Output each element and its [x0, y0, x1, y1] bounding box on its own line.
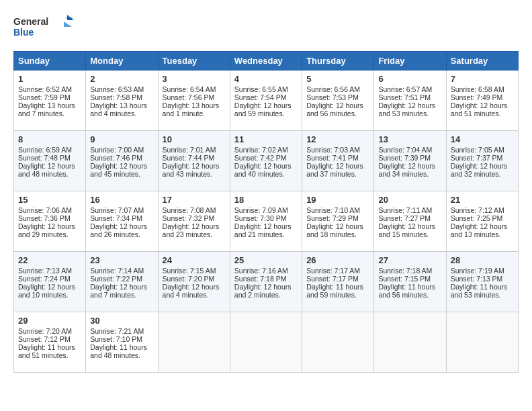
calendar-cell [302, 312, 374, 373]
day-number: 27 [378, 255, 441, 265]
daylight: Daylight: 12 hours and 10 minutes. [18, 283, 75, 299]
sunset: Sunset: 7:18 PM [234, 275, 287, 283]
day-number: 20 [378, 195, 441, 205]
logo-svg: General Blue [13, 13, 74, 40]
sunrise: Sunrise: 7:10 AM [306, 206, 360, 214]
sunrise: Sunrise: 6:57 AM [378, 85, 432, 93]
week-row-2: 8Sunrise: 6:59 AMSunset: 7:48 PMDaylight… [14, 131, 519, 191]
daylight: Daylight: 12 hours and 56 minutes. [306, 101, 363, 118]
sunset: Sunset: 7:30 PM [234, 214, 287, 222]
daylight: Daylight: 11 hours and 48 minutes. [90, 343, 147, 359]
sunset: Sunset: 7:42 PM [234, 154, 287, 162]
col-header-saturday: Saturday [446, 52, 518, 71]
sunset: Sunset: 7:49 PM [451, 93, 503, 101]
day-number: 3 [163, 74, 226, 84]
sunrise: Sunrise: 7:19 AM [451, 267, 504, 275]
sunrise: Sunrise: 7:14 AM [90, 267, 144, 275]
calendar-cell: 5Sunrise: 6:56 AMSunset: 7:53 PMDaylight… [302, 71, 374, 131]
header-row: SundayMondayTuesdayWednesdayThursdayFrid… [14, 52, 519, 71]
sunrise: Sunrise: 7:01 AM [163, 146, 216, 154]
day-number: 13 [378, 134, 441, 144]
daylight: Daylight: 11 hours and 53 minutes. [451, 283, 508, 299]
sunset: Sunset: 7:41 PM [306, 154, 359, 162]
day-number: 14 [451, 134, 514, 144]
daylight: Daylight: 12 hours and 32 minutes. [451, 162, 508, 178]
day-number: 24 [163, 255, 226, 265]
sunrise: Sunrise: 7:05 AM [451, 146, 504, 154]
daylight: Daylight: 12 hours and 59 minutes. [234, 101, 292, 118]
calendar-cell: 4Sunrise: 6:55 AMSunset: 7:54 PMDaylight… [230, 71, 302, 131]
calendar-cell: 15Sunrise: 7:06 AMSunset: 7:36 PMDayligh… [14, 191, 86, 252]
sunrise: Sunrise: 7:00 AM [90, 146, 144, 154]
sunrise: Sunrise: 7:02 AM [234, 146, 288, 154]
calendar-cell: 19Sunrise: 7:10 AMSunset: 7:29 PMDayligh… [302, 191, 374, 252]
daylight: Daylight: 12 hours and 13 minutes. [451, 222, 508, 238]
daylight: Daylight: 12 hours and 48 minutes. [18, 162, 75, 178]
daylight: Daylight: 12 hours and 2 minutes. [234, 283, 292, 299]
day-number: 15 [18, 195, 81, 205]
daylight: Daylight: 12 hours and 53 minutes. [378, 101, 435, 118]
day-number: 1 [18, 74, 81, 84]
sunrise: Sunrise: 7:16 AM [234, 267, 288, 275]
calendar-cell: 18Sunrise: 7:09 AMSunset: 7:30 PMDayligh… [230, 191, 302, 252]
page-header: General Blue [13, 13, 519, 40]
day-number: 17 [163, 195, 226, 205]
sunset: Sunset: 7:56 PM [163, 93, 215, 101]
day-number: 22 [18, 255, 81, 265]
sunset: Sunset: 7:46 PM [90, 154, 142, 162]
sunrise: Sunrise: 7:11 AM [378, 206, 432, 214]
sunset: Sunset: 7:36 PM [18, 214, 71, 222]
day-number: 29 [18, 316, 81, 326]
sunset: Sunset: 7:48 PM [18, 154, 71, 162]
calendar-cell: 21Sunrise: 7:12 AMSunset: 7:25 PMDayligh… [446, 191, 518, 252]
sunrise: Sunrise: 7:21 AM [90, 327, 144, 335]
daylight: Daylight: 12 hours and 34 minutes. [378, 162, 435, 178]
daylight: Daylight: 12 hours and 21 minutes. [234, 222, 292, 238]
sunrise: Sunrise: 7:04 AM [378, 146, 432, 154]
sunrise: Sunrise: 6:55 AM [234, 85, 288, 93]
sunset: Sunset: 7:24 PM [18, 275, 71, 283]
sunset: Sunset: 7:25 PM [451, 214, 503, 222]
sunset: Sunset: 7:17 PM [306, 275, 359, 283]
sunset: Sunset: 7:39 PM [378, 154, 431, 162]
calendar-cell [374, 312, 446, 373]
week-row-3: 15Sunrise: 7:06 AMSunset: 7:36 PMDayligh… [14, 191, 519, 252]
svg-text:Blue: Blue [13, 27, 34, 38]
daylight: Daylight: 11 hours and 56 minutes. [378, 283, 435, 299]
daylight: Daylight: 12 hours and 37 minutes. [306, 162, 363, 178]
daylight: Daylight: 13 hours and 1 minute. [163, 101, 220, 118]
sunset: Sunset: 7:15 PM [378, 275, 431, 283]
day-number: 26 [306, 255, 369, 265]
sunset: Sunset: 7:29 PM [306, 214, 359, 222]
sunset: Sunset: 7:20 PM [163, 275, 215, 283]
calendar-cell: 14Sunrise: 7:05 AMSunset: 7:37 PMDayligh… [446, 131, 518, 191]
sunrise: Sunrise: 7:13 AM [18, 267, 72, 275]
day-number: 9 [90, 134, 153, 144]
calendar-cell: 6Sunrise: 6:57 AMSunset: 7:51 PMDaylight… [374, 71, 446, 131]
sunrise: Sunrise: 7:03 AM [306, 146, 360, 154]
sunset: Sunset: 7:22 PM [90, 275, 142, 283]
logo: General Blue [13, 13, 74, 40]
day-number: 23 [90, 255, 153, 265]
svg-marker-4 [67, 15, 74, 20]
calendar-cell: 29Sunrise: 7:20 AMSunset: 7:12 PMDayligh… [14, 312, 86, 373]
day-number: 18 [234, 195, 298, 205]
day-number: 5 [306, 74, 369, 84]
col-header-monday: Monday [86, 52, 158, 71]
sunrise: Sunrise: 7:20 AM [18, 327, 72, 335]
day-number: 8 [18, 134, 81, 144]
calendar-cell: 26Sunrise: 7:17 AMSunset: 7:17 PMDayligh… [302, 252, 374, 312]
sunset: Sunset: 7:34 PM [90, 214, 142, 222]
day-number: 4 [234, 74, 298, 84]
calendar-cell: 23Sunrise: 7:14 AMSunset: 7:22 PMDayligh… [86, 252, 158, 312]
day-number: 2 [90, 74, 153, 84]
sunrise: Sunrise: 7:07 AM [90, 206, 144, 214]
daylight: Daylight: 12 hours and 43 minutes. [163, 162, 220, 178]
sunset: Sunset: 7:44 PM [163, 154, 215, 162]
sunset: Sunset: 7:37 PM [451, 154, 503, 162]
calendar-cell [158, 312, 230, 373]
sunrise: Sunrise: 7:06 AM [18, 206, 72, 214]
daylight: Daylight: 12 hours and 29 minutes. [18, 222, 75, 238]
calendar-cell: 30Sunrise: 7:21 AMSunset: 7:10 PMDayligh… [86, 312, 158, 373]
sunset: Sunset: 7:53 PM [306, 93, 359, 101]
